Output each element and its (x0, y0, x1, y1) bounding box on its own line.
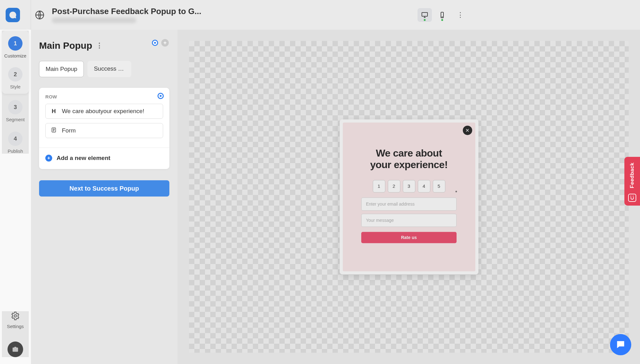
chat-icon (615, 339, 626, 350)
briefcase-button[interactable] (8, 342, 23, 357)
element-form[interactable]: Form (45, 123, 163, 138)
panel-title: Main Popup ⋮ (39, 40, 169, 51)
step-number: 2 (8, 67, 22, 82)
add-element-label: Add a new element (57, 155, 110, 162)
svg-point-4 (14, 315, 17, 317)
app-logo[interactable] (6, 8, 20, 22)
step-style[interactable]: 2 Style (8, 67, 22, 89)
rating-1[interactable]: 1 (373, 180, 385, 192)
rating-4[interactable]: 4 (418, 180, 430, 192)
email-input[interactable] (361, 197, 457, 211)
close-button[interactable]: ✕ (463, 126, 472, 135)
step-publish[interactable]: 4 Publish (8, 132, 23, 154)
rating-row: 1 2 3 4 5 (373, 180, 445, 192)
chat-launcher[interactable] (610, 334, 631, 355)
element-heading[interactable]: H We care aboutyour experience! (45, 104, 163, 119)
step-label: Style (10, 84, 20, 89)
heading-line: We care about (376, 147, 442, 159)
step-label: Segment (6, 117, 25, 122)
globe-icon[interactable] (34, 10, 45, 20)
settings-block: Settings (2, 311, 29, 357)
rating-3[interactable]: 3 (403, 180, 415, 192)
row-label: ROW (45, 94, 163, 99)
step-label: Customize (4, 53, 27, 58)
step-rail: 1 Customize 2 Style 3 Segment 4 Publish (2, 31, 29, 154)
page-subtitle-blurred (52, 17, 136, 23)
tabs: Main Popup Success Po… (39, 61, 169, 77)
gear-icon (11, 311, 20, 322)
next-button[interactable]: Next to Success Popup (39, 180, 169, 197)
plus-icon: + (45, 155, 52, 162)
element-label: We care aboutyour experience! (62, 108, 144, 115)
target-icon[interactable] (158, 93, 164, 99)
svg-rect-1 (422, 12, 428, 16)
heading-icon: H (51, 108, 57, 115)
panel-target-controls: + (152, 39, 169, 47)
step-label: Publish (8, 148, 23, 154)
device-toggle: ⋮ (418, 8, 465, 22)
target-icon[interactable] (152, 40, 158, 46)
tab-main-popup[interactable]: Main Popup (39, 61, 84, 77)
feedback-tab[interactable]: Feedback (624, 157, 640, 206)
form-icon (51, 127, 57, 134)
briefcase-icon (12, 346, 19, 353)
panel-title-text: Main Popup (39, 40, 92, 51)
settings-button[interactable]: Settings (7, 311, 24, 329)
step-number: 3 (8, 100, 22, 114)
mobile-preview-button[interactable] (435, 8, 449, 22)
row-card: ROW H We care aboutyour experience! Form… (39, 88, 169, 169)
rating-2[interactable]: 2 (388, 180, 400, 192)
step-card: 1 Customize 2 Style (2, 31, 29, 94)
feedback-label: Feedback (629, 162, 635, 188)
message-input[interactable] (361, 214, 457, 227)
submit-button[interactable]: Rate us (361, 232, 457, 243)
element-label: Form (62, 127, 76, 134)
mobile-icon (438, 11, 446, 19)
logo-icon (9, 11, 17, 19)
vertical-divider (31, 0, 31, 30)
divider (39, 147, 169, 148)
rating-5[interactable]: 5 (433, 180, 445, 192)
step-segment[interactable]: 3 Segment (6, 100, 25, 122)
smiley-icon (628, 194, 636, 202)
desktop-preview-button[interactable] (418, 8, 432, 22)
step-customize[interactable]: 1 Customize (4, 36, 27, 58)
topbar: Post-Purchase Feedback Popup to G... ⋮ (0, 0, 640, 30)
status-dot-icon (441, 19, 443, 21)
editor-panel: Main Popup ⋮ + Main Popup Success Po… RO… (31, 30, 178, 364)
canvas: ✕ We care about your experience! 1 2 3 4… (178, 30, 640, 364)
more-menu-button[interactable]: ⋮ (456, 11, 465, 19)
panel-more-button[interactable]: ⋮ (96, 42, 103, 50)
required-star-icon: * (455, 190, 457, 196)
step-number: 4 (8, 132, 22, 146)
tab-success-popup[interactable]: Success Po… (88, 61, 131, 77)
add-element-button[interactable]: + Add a new element (45, 155, 163, 162)
page-title: Post-Purchase Feedback Popup to G... (52, 7, 201, 16)
settings-label: Settings (7, 324, 24, 329)
desktop-icon (421, 11, 428, 19)
popup-preview: ✕ We care about your experience! 1 2 3 4… (340, 119, 478, 274)
title-block: Post-Purchase Feedback Popup to G... (52, 7, 201, 23)
step-number: 1 (8, 36, 22, 51)
close-icon: ✕ (465, 127, 469, 133)
add-block-button[interactable]: + (161, 39, 169, 47)
svg-point-3 (442, 17, 442, 17)
status-dot-icon (424, 19, 426, 21)
popup-heading: We care about your experience! (370, 147, 448, 171)
heading-line: your experience! (370, 159, 448, 170)
canvas-frame: ✕ We care about your experience! 1 2 3 4… (189, 41, 629, 353)
